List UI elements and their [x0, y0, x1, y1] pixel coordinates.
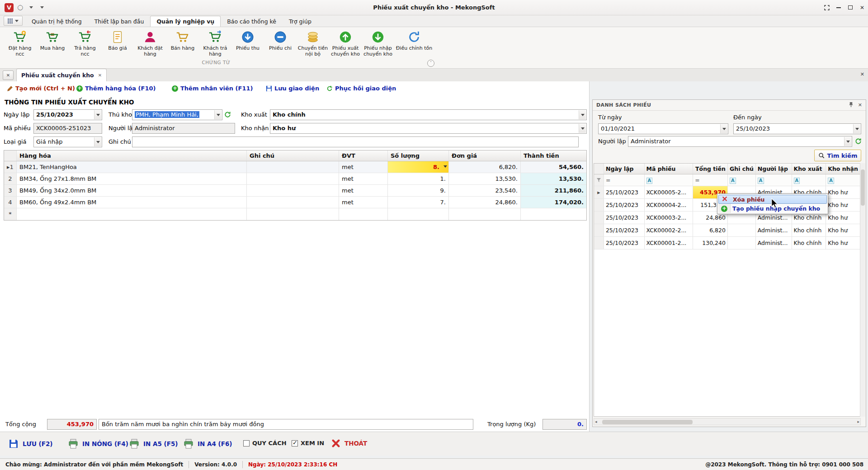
vertical-scrollbar[interactable]	[860, 163, 865, 417]
table-row[interactable]: 3 BM49, Ống 34x2.0mm BM met 9. 23,540. 2…	[4, 185, 586, 197]
ribbon-item-phieu-xuat-chuyen-kho[interactable]: Phiếu xuất chuyển kho	[329, 29, 362, 58]
ngay-lap-field[interactable]: 25/10/2023	[33, 109, 102, 120]
chevron-down-icon[interactable]	[94, 137, 101, 146]
chevron-down-icon[interactable]	[720, 124, 727, 133]
thu-kho-combo[interactable]: PMH, Phạm Minh Hải,	[132, 109, 222, 120]
status-support: @2023 MekongSoft. Thông tin hỗ trợ: 0901…	[705, 461, 868, 468]
qty-cell-editing[interactable]: 8.	[388, 161, 449, 173]
items-table: Hàng hóa Ghi chú ĐVT Số lượng Đơn giá Th…	[4, 150, 587, 221]
quy-cach-checkbox[interactable]	[243, 440, 250, 446]
ribbon-item-phieu-nhap-chuyen-kho[interactable]: Phiếu nhập chuyển kho	[362, 29, 394, 58]
add-product-link[interactable]: + Thêm hàng hóa (F10)	[76, 85, 156, 92]
add-employee-link[interactable]: + Thêm nhân viên (F11)	[172, 85, 253, 92]
footer-button-bar: LƯU (F2) IN NÓNG (F4) IN A5 (F5) IN A4 (…	[0, 432, 868, 456]
grid-filter-row[interactable]: = A = A A A A	[594, 174, 860, 186]
panel-close-icon[interactable]: ✕	[858, 102, 862, 108]
ribbon-item-dat-hang-ncc[interactable]: Đặt hàng ncc	[4, 29, 36, 58]
scroll-left-arrow-icon[interactable]: ◂	[595, 419, 597, 424]
xem-in-checkbox-group[interactable]: XEM IN	[292, 440, 324, 446]
close-all-tabs-button[interactable]: ✕	[3, 70, 14, 80]
pin-icon[interactable]	[849, 102, 854, 109]
ribbon-item-khach-tra-hang[interactable]: Khách trả hàng	[199, 29, 231, 58]
tab-quan-tri-he-thong[interactable]: Quản trị hệ thống	[25, 16, 88, 27]
xem-in-checkbox[interactable]	[292, 440, 298, 446]
qty-dropdown-icon[interactable]	[443, 165, 447, 169]
ribbon-item-khach-dat-hang[interactable]: Khách đặt hàng	[134, 29, 166, 58]
scroll-right-arrow-icon[interactable]: ▸	[857, 419, 859, 424]
ghi-chu-input[interactable]	[132, 136, 579, 147]
column-header-ghi-chu[interactable]: Ghi chú	[728, 164, 756, 174]
table-row[interactable]: 4 BM60, Ống 49x2.4mm BM met 7. 24,860. 1…	[4, 197, 586, 208]
weight-field: 0.	[542, 419, 587, 430]
items-table-header: Hàng hóa Ghi chú ĐVT Số lượng Đơn giá Th…	[4, 150, 586, 161]
refresh-icon[interactable]	[855, 138, 862, 145]
plus-icon: +	[172, 85, 178, 92]
nguoi-lap-filter-combo[interactable]: Administrator	[628, 136, 852, 147]
column-header-kho-xuat[interactable]: Kho xuất	[792, 164, 826, 174]
chevron-down-icon[interactable]	[844, 137, 851, 146]
chevron-down-icon[interactable]	[94, 110, 101, 119]
tab-thiet-lap-ban-dau[interactable]: Thiết lập ban đầu	[88, 16, 151, 27]
exit-button[interactable]: THOÁT	[331, 438, 367, 448]
column-header-kho-nhan[interactable]: Kho nhận	[826, 164, 860, 174]
search-button[interactable]: Tìm kiếm	[814, 150, 861, 161]
chevron-down-icon[interactable]	[579, 124, 586, 133]
ribbon-item-tra-hang-ncc[interactable]: Trả hàng ncc	[69, 29, 101, 58]
form-workspace	[0, 81, 590, 432]
chevron-down-icon[interactable]	[214, 110, 222, 119]
column-header-ghi-chu[interactable]: Ghi chú	[247, 150, 339, 161]
chevron-down-icon[interactable]	[579, 110, 586, 119]
ribbon-collapse-button[interactable]: ˆ	[427, 60, 434, 67]
table-row[interactable]: 2 BM34, Ống 27x1.8mm BM met 1. 13,530. 1…	[4, 173, 586, 185]
chevron-down-icon[interactable]	[853, 124, 860, 133]
tabbar-close-button[interactable]: ✕	[860, 71, 864, 77]
table-new-row[interactable]: *	[4, 208, 586, 220]
kho-xuat-combo[interactable]: Kho chính	[270, 109, 587, 120]
list-item[interactable]: 25/10/2023 XCK00001-2... 130,240 Adminis…	[594, 237, 860, 249]
print-a5-button[interactable]: IN A5 (F5)	[129, 438, 178, 449]
tab-bao-cao-thong-ke[interactable]: Báo cáo thống kê	[221, 16, 283, 27]
column-header-don-gia[interactable]: Đơn giá	[449, 150, 521, 161]
column-header-tong-tien[interactable]: Tổng tiền	[693, 164, 728, 174]
ribbon-item-mua-hang[interactable]: Mua hàng	[36, 29, 69, 58]
column-header-nguoi-lap[interactable]: Người lập	[756, 164, 792, 174]
ribbon-item-bao-gia[interactable]: Báo giá	[101, 29, 134, 58]
ribbon-item-dieu-chinh-ton[interactable]: Điều chỉnh tồn	[394, 29, 434, 58]
print-a4-button[interactable]: IN A4 (F6)	[183, 438, 232, 449]
refresh-icon[interactable]	[224, 111, 231, 118]
ribbon-item-phieu-thu[interactable]: Phiếu thu	[231, 29, 264, 58]
column-header-hang-hoa[interactable]: Hàng hóa	[17, 150, 247, 161]
status-date: Ngày: 25/10/2023 2:33:16 CH	[243, 461, 343, 468]
kho-nhan-combo[interactable]: Kho hư	[270, 123, 587, 134]
restore-layout-link[interactable]: Phục hồi giao diện	[326, 85, 396, 92]
tab-tro-giup[interactable]: Trợ giúp	[283, 16, 318, 27]
tab-close-icon[interactable]: ✕	[98, 73, 102, 78]
column-header-ma-phieu[interactable]: Mã phiếu	[645, 164, 693, 174]
app-menu-button[interactable]	[4, 16, 23, 26]
horizontal-scrollbar[interactable]: ◂ ▸	[594, 418, 861, 425]
print-hot-button[interactable]: IN NÓNG (F4)	[68, 438, 128, 449]
tab-quan-ly-nghiep-vu[interactable]: Quản lý nghiệp vụ	[150, 16, 221, 27]
ribbon-item-ban-hang[interactable]: Bán hàng	[166, 29, 199, 58]
column-header-so-luong[interactable]: Số lượng	[388, 150, 449, 161]
tab-phieu-xuat-chuyen-kho[interactable]: Phiếu xuất chuyển kho ✕	[16, 69, 107, 81]
loai-gia-combo[interactable]: Giá nhập	[33, 136, 102, 147]
list-item[interactable]: 25/10/2023 XCK00002-2... 6,820 Administ.…	[594, 224, 860, 237]
save-button[interactable]: LƯU (F2)	[8, 438, 53, 449]
scrollbar-thumb[interactable]	[602, 420, 693, 424]
amount-in-words-field[interactable]: Bốn trăm năm mươi ba nghìn chín trăm bảy…	[99, 419, 473, 430]
ribbon-item-phieu-chi[interactable]: Phiếu chi	[264, 29, 297, 58]
den-ngay-field[interactable]: 25/10/2023	[733, 123, 861, 134]
create-new-link[interactable]: Tạo mới (Ctrl + N)	[7, 85, 75, 92]
column-header-thanh-tien[interactable]: Thành tiền	[521, 150, 586, 161]
label-ma-phieu: Mã phiếu	[4, 123, 31, 134]
table-row[interactable]: ▸1 BM21, TenHangHoa met 8. 6,820. 54,560…	[4, 161, 586, 173]
scrollbar-thumb[interactable]	[861, 169, 865, 206]
tu-ngay-field[interactable]: 01/10/2021	[598, 123, 728, 134]
cart-order-icon	[13, 30, 27, 44]
column-header-ngay-lap[interactable]: Ngày lập	[604, 164, 645, 174]
ribbon-item-chuyen-tien-noi-bo[interactable]: Chuyển tiền nội bộ	[297, 29, 329, 58]
save-layout-link[interactable]: Lưu giao diện	[266, 85, 319, 92]
quy-cach-checkbox-group[interactable]: QUY CÁCH	[243, 440, 287, 446]
column-header-dvt[interactable]: ĐVT	[339, 150, 388, 161]
